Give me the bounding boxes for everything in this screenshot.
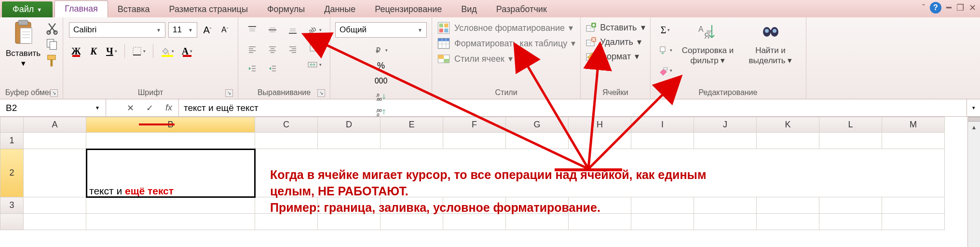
column-header[interactable]: F — [443, 117, 506, 133]
cell[interactable] — [569, 133, 631, 149]
column-header[interactable]: C — [255, 117, 318, 133]
cell[interactable] — [443, 197, 506, 214]
underline-button[interactable]: Ч▾ — [104, 43, 120, 59]
autosum-button[interactable]: Σ▾ — [656, 22, 675, 38]
find-select-button[interactable]: Найти и выделить ▾ — [739, 19, 802, 66]
cell[interactable] — [506, 133, 569, 149]
cell[interactable] — [757, 133, 819, 149]
sort-filter-button[interactable]: АЯ Сортировка и фильтр ▾ — [677, 19, 739, 66]
cell[interactable] — [631, 197, 694, 214]
cell[interactable] — [569, 214, 631, 230]
format-cells-button[interactable]: Формат▾ — [585, 51, 645, 62]
paste-button[interactable]: Вставить ▾ — [4, 19, 42, 69]
column-header[interactable]: J — [694, 117, 757, 133]
font-color-button[interactable]: A▾ — [179, 43, 195, 59]
column-header[interactable]: K — [757, 117, 819, 133]
column-header[interactable]: E — [381, 117, 443, 133]
cell[interactable] — [318, 133, 381, 149]
accounting-format-button[interactable]: ₽▾ — [335, 42, 427, 58]
cell-styles-button[interactable]: Стили ячеек▾ — [437, 53, 575, 65]
tab-developer[interactable]: Разработчик — [487, 1, 557, 17]
orientation-button[interactable]: ab▾ — [305, 22, 324, 38]
cell[interactable] — [569, 197, 631, 214]
cell[interactable] — [757, 197, 819, 214]
bold-button[interactable]: Ж — [69, 43, 83, 59]
cell[interactable] — [694, 214, 757, 230]
cell[interactable] — [819, 214, 882, 230]
row-header[interactable]: 1 — [0, 133, 24, 149]
cell[interactable] — [443, 214, 506, 230]
delete-cells-button[interactable]: Удалить▾ — [585, 37, 645, 47]
format-as-table-button[interactable]: Форматировать как таблицу▾ — [437, 38, 575, 49]
cell[interactable] — [24, 197, 86, 214]
increase-decimal-button[interactable]: ,0,00 — [335, 89, 427, 104]
align-middle-button[interactable] — [263, 22, 282, 38]
ribbon-minimize-icon[interactable]: ˇ — [922, 3, 925, 13]
cell[interactable] — [819, 133, 882, 149]
row-header[interactable] — [0, 214, 24, 230]
wrap-text-button[interactable] — [305, 40, 324, 55]
cell[interactable] — [381, 214, 443, 230]
window-close-icon[interactable]: ✕ — [969, 2, 976, 13]
cell[interactable] — [882, 133, 945, 149]
enter-button[interactable]: ✓ — [140, 103, 159, 113]
column-header[interactable]: B — [86, 117, 255, 133]
column-header[interactable]: L — [819, 117, 882, 133]
column-header[interactable]: H — [569, 117, 631, 133]
cell[interactable] — [443, 133, 506, 149]
help-icon[interactable]: ? — [930, 2, 941, 14]
increase-indent-button[interactable] — [263, 61, 282, 76]
column-header[interactable]: M — [882, 117, 945, 133]
cell[interactable] — [506, 197, 569, 214]
column-header[interactable]: A — [24, 117, 86, 133]
format-painter-icon[interactable] — [45, 55, 59, 67]
align-center-button[interactable] — [263, 41, 282, 57]
font-size-combo[interactable]: 11▼ — [168, 22, 197, 38]
percent-style-button[interactable]: % — [335, 58, 427, 73]
vertical-scrollbar[interactable]: ▲ — [967, 117, 980, 247]
dialog-launcher-icon[interactable]: ↘ — [225, 89, 233, 97]
copy-icon[interactable] — [45, 39, 59, 50]
conditional-formatting-button[interactable]: Условное форматирование▾ — [437, 22, 575, 34]
select-all-button[interactable] — [0, 117, 24, 133]
cell[interactable] — [318, 197, 381, 214]
scroll-up-icon[interactable]: ▲ — [968, 122, 980, 133]
column-header[interactable]: D — [318, 117, 381, 133]
tab-view[interactable]: Вид — [451, 1, 487, 17]
tab-formulas[interactable]: Формулы — [258, 1, 314, 17]
cell[interactable] — [882, 214, 945, 230]
fill-color-button[interactable]: ▾ — [158, 43, 177, 59]
window-minimize-icon[interactable]: ━ — [946, 2, 952, 13]
cell-editing[interactable]: текст и ещё текст — [86, 149, 255, 197]
row-header[interactable]: 3 — [0, 197, 24, 214]
cell[interactable] — [381, 197, 443, 214]
cell[interactable] — [255, 197, 318, 214]
align-right-button[interactable] — [284, 41, 302, 57]
row-header[interactable]: 2 — [0, 149, 24, 197]
name-box[interactable]: B2 ▼ — [0, 99, 106, 116]
tab-layout[interactable]: Разметка страницы — [160, 1, 258, 17]
cell[interactable] — [882, 197, 945, 214]
cell[interactable] — [24, 214, 86, 230]
cell[interactable] — [318, 214, 381, 230]
merge-center-button[interactable]: ▾ — [305, 57, 324, 72]
cell[interactable] — [86, 214, 255, 230]
expand-formula-bar-button[interactable]: ▾ — [966, 99, 980, 116]
insert-cells-button[interactable]: Вставить▾ — [585, 22, 645, 33]
fill-button[interactable]: ▾ — [656, 42, 675, 58]
tab-file[interactable]: Файл ▼ — [2, 1, 53, 17]
cell[interactable] — [694, 197, 757, 214]
cell[interactable] — [631, 133, 694, 149]
split-handle[interactable] — [968, 117, 980, 122]
formula-input[interactable]: текст и ещё текст — [179, 99, 966, 116]
tab-home[interactable]: Главная — [54, 0, 108, 17]
cell[interactable] — [255, 133, 318, 149]
insert-function-button[interactable]: fx — [159, 103, 178, 113]
cell[interactable] — [381, 133, 443, 149]
cell[interactable] — [24, 133, 86, 149]
font-name-combo[interactable]: Calibri▼ — [69, 22, 165, 38]
cell[interactable] — [24, 149, 86, 197]
cell[interactable] — [86, 197, 255, 214]
tab-data[interactable]: Данные — [314, 1, 365, 17]
cancel-button[interactable]: ✕ — [121, 103, 140, 113]
